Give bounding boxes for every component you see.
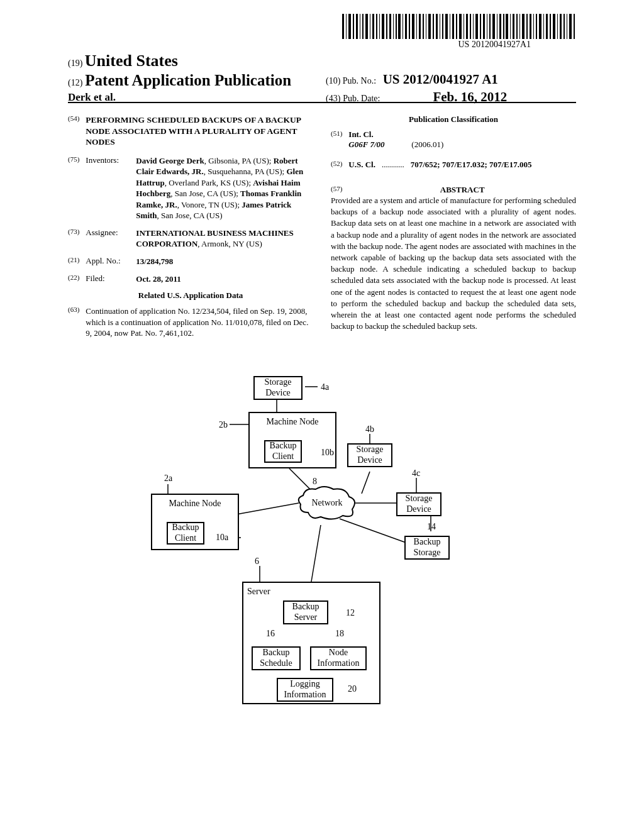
field-51: (51) [331,130,342,150]
abstract-header: ABSTRACT [348,185,576,195]
field-63: (63) [68,306,79,339]
inventors: David George Derk, Gibsonia, PA (US); Ro… [136,155,313,221]
node-information: Node Information [310,646,367,670]
label-10b: 10b [321,448,334,458]
divider [68,102,576,103]
label-2a: 2a [164,473,172,484]
invention-title: PERFORMING SCHEDULED BACKUPS OF A BACKUP… [86,114,313,148]
pub-code: (12) [68,78,82,87]
uscl-dots: ........... [382,160,404,170]
label-14: 14 [427,522,436,532]
intcl-year: (2006.01) [411,140,443,150]
related-data: Continuation of application No. 12/234,5… [86,306,313,339]
intcl-label: Int. Cl. [348,130,443,140]
svg-line-9 [311,525,321,582]
field-73: (73) [68,228,79,250]
backup-storage: Backup Storage [404,536,450,560]
storage-device-4b: Storage Device [347,443,392,467]
diagram: Storage Device 4a Machine Node 2b Backup… [148,371,494,704]
network-cloud: Network [296,484,358,522]
field-52: (52) [331,160,342,170]
assignee-label: Assignee: [86,228,130,250]
right-column: Publication Classification (51) Int. Cl.… [331,114,576,345]
body: (54) PERFORMING SCHEDULED BACKUPS OF A B… [68,114,576,345]
barcode [342,14,575,39]
label-6: 6 [255,556,259,567]
barcode-number: US 20120041927A1 [458,40,531,50]
label-4b: 4b [365,424,374,434]
country-code: (19) [68,58,82,68]
abstract-text: Provided are a system and article of man… [331,195,576,332]
backup-schedule: Backup Schedule [252,646,301,670]
intcl-code: G06F 7/00 [348,140,411,150]
field-22: (22) [68,274,79,285]
svg-line-6 [230,503,299,516]
assignee: INTERNATIONAL BUSINESS MACHINES CORPORAT… [136,228,313,250]
appl-label: Appl. No.: [86,256,130,267]
field-21: (21) [68,256,79,267]
filed-label: Filed: [86,274,130,285]
uscl-label: U.S. Cl. [348,160,375,170]
inventors-label: Inventors: [86,155,130,221]
pub-no-code: (10) [326,76,340,86]
label-16: 16 [266,629,275,639]
country: United States [85,52,178,70]
backup-client-10b: Backup Client [264,440,302,463]
svg-text:Network: Network [312,498,343,507]
backup-server: Backup Server [283,600,328,624]
label-18: 18 [335,629,344,639]
pub-no-val: US 2012/0041927 A1 [383,72,498,87]
label-4c: 4c [412,468,420,479]
label-20: 20 [348,684,357,694]
field-75: (75) [68,155,79,221]
uscl-val: 707/652; 707/E17.032; 707/E17.005 [411,160,532,170]
label-2b: 2b [219,420,228,430]
header: (19) United States (12) Patent Applicati… [68,52,576,104]
left-column: (54) PERFORMING SCHEDULED BACKUPS OF A B… [68,114,313,345]
filed-date: Oct. 28, 2011 [136,274,181,285]
label-10a: 10a [216,533,228,543]
pub-title: Patent Application Publication [85,72,291,89]
svg-line-10 [362,472,370,494]
classification-header: Publication Classification [331,114,576,124]
storage-device-4c: Storage Device [396,492,441,516]
label-4a: 4a [321,382,329,392]
related-header: Related U.S. Application Data [68,290,313,301]
appl-no: 13/284,798 [136,256,173,267]
storage-device-4a: Storage Device [253,376,303,400]
backup-client-10a: Backup Client [167,522,204,545]
pub-no-label: Pub. No.: [343,76,376,86]
field-54: (54) [68,114,79,148]
label-12: 12 [346,608,355,618]
logging-information: Logging Information [277,678,333,702]
field-57: (57) [331,185,342,195]
